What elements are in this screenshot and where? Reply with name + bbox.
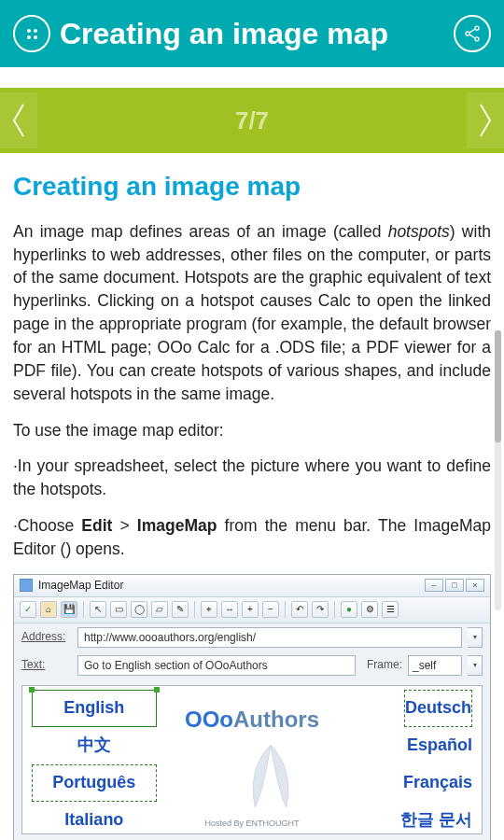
page-indicator: 7/7 <box>235 106 269 135</box>
article-p1: An image map defines areas of an image (… <box>13 220 491 406</box>
open-icon[interactable]: ⌂ <box>40 601 57 618</box>
polygon-icon[interactable]: ▱ <box>151 601 168 618</box>
pointer-icon[interactable]: ↖ <box>90 601 106 618</box>
editor-toolbar: ✓ ⌂ 💾 ↖ ▭ ◯ ▱ ✎ ⌖ ↔ + − ↶ ↷ ● ⚙ ☰ <box>14 597 490 623</box>
share-button[interactable] <box>454 15 491 52</box>
pager: 7/7 <box>0 88 504 153</box>
redo-icon[interactable]: ↷ <box>312 601 329 618</box>
dropdown-icon[interactable]: ▾ <box>468 655 483 676</box>
chevron-left-icon <box>10 101 27 140</box>
article-p3: ·In your spreadsheet, select the picture… <box>13 455 491 501</box>
page-title: Creating an image map <box>60 17 454 51</box>
editpoints-icon[interactable]: ⌖ <box>201 601 217 618</box>
article-content: Creating an image map An image map defin… <box>0 153 504 840</box>
separator <box>334 601 335 618</box>
prev-page-button[interactable] <box>0 92 37 148</box>
hotspot-espanol[interactable]: Español <box>407 727 472 764</box>
text-run: > <box>112 516 136 535</box>
properties-icon[interactable]: ☰ <box>382 601 399 618</box>
scrollbar-thumb[interactable] <box>495 330 501 442</box>
next-page-button[interactable] <box>467 92 504 148</box>
freeform-icon[interactable]: ✎ <box>172 601 189 618</box>
rect-icon[interactable]: ▭ <box>110 601 127 618</box>
text-input[interactable]: Go to English section of OOoAuthors <box>77 655 356 676</box>
separator <box>194 601 195 618</box>
logo-text: OOoAuthors <box>185 704 319 735</box>
text-run: ·Choose <box>13 516 81 535</box>
hotspot-korean[interactable]: 한글 문서 <box>400 802 472 839</box>
article-heading: Creating an image map <box>13 168 491 205</box>
hotspot-english[interactable]: English <box>32 690 157 727</box>
minimize-button[interactable]: – <box>425 579 443 592</box>
ellipse-icon[interactable]: ◯ <box>131 601 147 618</box>
apply-icon[interactable]: ✓ <box>20 601 36 618</box>
text-strong: Edit <box>81 516 112 535</box>
text-run: An image map defines areas of an image (… <box>13 222 388 241</box>
text-run: ) with hyperlinks to web addresses, othe… <box>13 222 491 403</box>
text-run: OOo <box>185 707 233 732</box>
imagemap-editor-screenshot: ImageMap Editor – □ × ✓ ⌂ 💾 ↖ ▭ ◯ ▱ ✎ ⌖ … <box>13 574 491 840</box>
article-p2: To use the image map editor: <box>13 419 491 442</box>
window-title: ImageMap Editor <box>38 578 423 594</box>
hotspot-deutsch[interactable]: Deutsch <box>404 690 472 727</box>
text-row: Text: Go to English section of OOoAuthor… <box>14 651 490 679</box>
undo-icon[interactable]: ↶ <box>291 601 308 618</box>
deletepoint-icon[interactable]: − <box>262 601 279 618</box>
address-label: Address: <box>21 629 72 645</box>
hotspot-portugues[interactable]: Português <box>32 764 157 802</box>
address-row: Address: http://www.oooauthors.org/engli… <box>14 623 490 651</box>
hotspot-francais[interactable]: Français <box>403 764 472 802</box>
close-button[interactable]: × <box>466 579 484 592</box>
menu-button[interactable] <box>13 15 50 52</box>
scrollbar-track[interactable] <box>495 330 501 610</box>
window-titlebar: ImageMap Editor – □ × <box>14 575 490 597</box>
article-p4: ·Choose Edit > ImageMap from the menu ba… <box>13 514 491 561</box>
text-emphasis: hotspots <box>388 222 450 241</box>
dropdown-icon[interactable]: ▾ <box>468 627 483 648</box>
macro-icon[interactable]: ⚙ <box>361 601 378 618</box>
insertpoint-icon[interactable]: + <box>242 601 259 618</box>
chevron-right-icon <box>477 101 494 140</box>
movepoints-icon[interactable]: ↔ <box>221 601 238 618</box>
hosted-by: Hosted By ENTHOUGHT <box>204 818 299 830</box>
active-icon[interactable]: ● <box>341 601 357 618</box>
share-icon <box>463 24 482 43</box>
frame-label: Frame: <box>361 657 402 673</box>
separator <box>285 601 286 618</box>
svg-line-3 <box>469 29 476 33</box>
svg-line-4 <box>469 35 476 38</box>
text-run: Authors <box>233 707 319 732</box>
editor-canvas[interactable]: English 中文 Português Italiano OOoAuthors… <box>21 685 483 834</box>
maximize-button[interactable]: □ <box>445 579 464 592</box>
text-strong: ImageMap <box>137 516 217 535</box>
save-icon[interactable]: 💾 <box>61 601 77 618</box>
hotspot-chinese[interactable]: 中文 <box>32 727 157 764</box>
hotspot-italiano[interactable]: Italiano <box>32 802 157 839</box>
frame-select[interactable]: _self <box>408 655 462 676</box>
text-label: Text: <box>21 657 72 673</box>
app-icon <box>20 579 33 592</box>
menu-icon <box>27 29 37 39</box>
separator <box>83 601 84 618</box>
address-input[interactable]: http://www.oooauthors.org/english/ <box>77 627 462 648</box>
